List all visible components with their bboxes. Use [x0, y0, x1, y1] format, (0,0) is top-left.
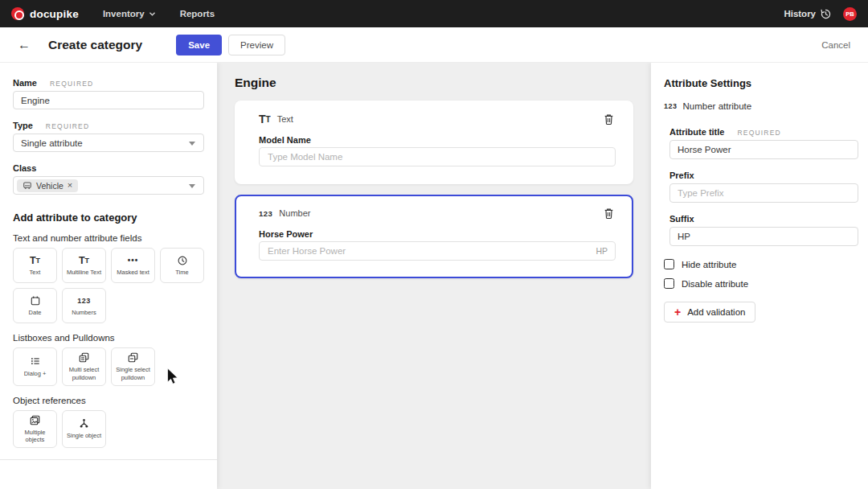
prefix-field-group: Prefix: [669, 171, 858, 203]
nav-item-reports[interactable]: Reports: [180, 9, 215, 18]
history-icon: [820, 8, 832, 20]
attribute-tile-multi-select-pulldown[interactable]: Multi select pulldown: [62, 347, 106, 386]
masked-text-icon: •••: [128, 254, 139, 266]
name-input[interactable]: [13, 91, 204, 109]
class-chip-label: Vehicle: [36, 181, 63, 191]
app-window: docupike Inventory Reports History PB: [0, 0, 868, 489]
prefix-input[interactable]: [669, 183, 858, 203]
nav-item-inventory[interactable]: Inventory: [103, 9, 156, 18]
field-title: Model Name: [259, 135, 616, 145]
attribute-group-object-references: Object references Mult: [13, 396, 204, 449]
single-object-icon: [78, 417, 90, 429]
history-label: History: [784, 9, 816, 18]
category-title: Engine: [235, 76, 633, 90]
attribute-tile-numbers[interactable]: 123 Numbers: [62, 288, 106, 323]
top-nav: docupike Inventory Reports History PB: [0, 0, 868, 27]
hide-attribute-checkbox-row[interactable]: Hide attribute: [664, 259, 858, 269]
single-select-pulldown-icon: [127, 351, 139, 364]
attribute-tile-single-select-pulldown[interactable]: Single select pulldown: [111, 347, 155, 386]
attribute-group-others: Others: [13, 458, 204, 460]
nav-reports-label: Reports: [180, 9, 215, 18]
attribute-tile-date[interactable]: Date: [13, 288, 57, 323]
attribute-subtype-label: Number attribute: [683, 101, 752, 111]
page-header: ← Create category Save Preview Cancel: [0, 27, 868, 63]
numbers-icon: 123: [77, 294, 91, 306]
vehicle-icon: [23, 181, 32, 190]
attribute-title-field-group: Attribute title REQUIRED: [669, 127, 858, 159]
attribute-tile-multiple-objects[interactable]: Multiple objects: [13, 410, 57, 449]
suffix-field-group: Suffix: [669, 214, 858, 246]
type-select-value: Single attribute: [21, 138, 83, 148]
add-attribute-heading: Add attribute to category: [13, 212, 204, 224]
text-icon: TT: [259, 113, 271, 125]
card-type-label: Number: [279, 208, 310, 218]
disable-attribute-checkbox-row[interactable]: Disable attribute: [664, 278, 858, 289]
class-select[interactable]: Vehicle ×: [13, 176, 204, 195]
settings-panel: Attribute Settings 123 Number attribute …: [651, 63, 868, 489]
add-validation-button[interactable]: + Add validation: [664, 302, 755, 323]
trash-icon: [604, 113, 614, 125]
suffix-label: Suffix: [669, 214, 694, 224]
field-title: Horse Power: [259, 229, 616, 239]
name-label: Name: [13, 78, 37, 88]
type-field-group: Type REQUIRED Single attribute: [13, 121, 204, 152]
suffix-input[interactable]: [669, 227, 858, 246]
attribute-tile-time[interactable]: Time: [160, 248, 204, 283]
numbers-icon: 123: [259, 207, 272, 220]
multiline-text-icon: TT: [79, 254, 89, 266]
attribute-tile-multiline-text[interactable]: TT Multiline Text: [62, 248, 106, 283]
group-label: Text and number attribute fields: [13, 233, 204, 243]
cancel-button[interactable]: Cancel: [821, 40, 850, 50]
attribute-title-required-badge: REQUIRED: [737, 129, 780, 137]
sidebar-scroll-area[interactable]: Name REQUIRED Type REQUIRED Single attri…: [0, 63, 217, 460]
preview-button[interactable]: Preview: [228, 35, 285, 55]
back-arrow-icon[interactable]: ←: [18, 39, 31, 51]
attribute-card-number[interactable]: 123 Number Horse Power H: [235, 195, 633, 278]
save-button[interactable]: Save: [176, 35, 222, 55]
chip-remove-icon[interactable]: ×: [68, 181, 72, 190]
disable-attribute-checkbox[interactable]: [664, 278, 674, 289]
delete-attribute-button[interactable]: [604, 113, 614, 125]
name-required-badge: REQUIRED: [50, 80, 93, 88]
disable-attribute-label: Disable attribute: [682, 279, 748, 289]
brand-name: docupike: [30, 8, 79, 20]
avatar[interactable]: PB: [843, 7, 857, 21]
history-button[interactable]: History: [784, 8, 832, 20]
plus-icon: +: [674, 306, 681, 318]
delete-attribute-button[interactable]: [604, 208, 614, 220]
calendar-icon: [30, 294, 41, 306]
clock-icon: [177, 254, 188, 266]
prefix-label: Prefix: [669, 171, 694, 180]
model-name-input[interactable]: [259, 147, 616, 166]
group-label: Object references: [13, 396, 204, 405]
hide-attribute-label: Hide attribute: [682, 260, 736, 269]
brand-logo[interactable]: docupike: [11, 7, 79, 20]
input-suffix: HP: [596, 246, 608, 256]
nav-inventory-label: Inventory: [103, 9, 145, 18]
attribute-tile-dialog[interactable]: Dialog +: [13, 347, 57, 386]
attribute-title-input[interactable]: [669, 140, 858, 159]
class-label: Class: [13, 163, 36, 173]
category-canvas: Engine TT Text: [217, 63, 651, 489]
class-field-group: Class Vehicle ×: [13, 163, 204, 195]
text-icon: TT: [30, 254, 40, 266]
attribute-card-text[interactable]: TT Text Model Name: [235, 101, 633, 184]
multi-select-pulldown-icon: [78, 351, 90, 364]
card-type-label: Text: [277, 114, 293, 124]
attribute-tile-masked-text[interactable]: ••• Masked text: [111, 248, 155, 283]
chevron-down-icon: [189, 184, 195, 188]
horse-power-input[interactable]: [259, 241, 616, 261]
class-chip-vehicle[interactable]: Vehicle ×: [17, 179, 78, 192]
attribute-group-listboxes: Listboxes and Pulldowns: [13, 333, 204, 386]
type-select[interactable]: Single attribute: [13, 134, 204, 152]
settings-heading: Attribute Settings: [664, 77, 858, 89]
hide-attribute-checkbox[interactable]: [664, 259, 674, 269]
type-required-badge: REQUIRED: [46, 122, 89, 130]
chevron-down-icon: [149, 11, 156, 17]
chevron-down-icon: [189, 142, 195, 146]
list-icon: [30, 355, 41, 368]
attribute-tile-single-object[interactable]: Single object: [62, 410, 106, 449]
name-field-group: Name REQUIRED: [13, 78, 204, 109]
group-label: Listboxes and Pulldowns: [13, 333, 204, 343]
attribute-tile-text[interactable]: TT Text: [13, 248, 57, 283]
